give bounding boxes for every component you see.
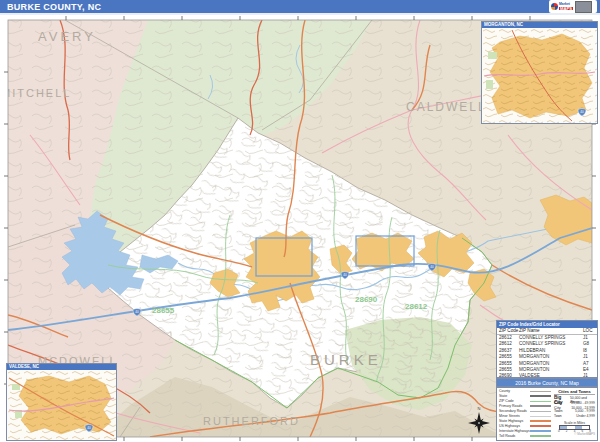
svg-text:40: 40: [580, 110, 584, 114]
svg-text:40: 40: [87, 426, 91, 430]
inset-valdese-title: VALDESE, NC: [9, 364, 39, 370]
marketmaps-logo: Market MAPS: [549, 0, 597, 13]
zip-label-28655: 28655: [152, 306, 175, 315]
legend-line-sample: [530, 420, 551, 422]
inset-green-patch: [12, 384, 20, 390]
logo-globe-icon: [551, 3, 558, 10]
legend-line-sample: [530, 401, 551, 402]
copyright-text: © MarketMAPS: [554, 433, 595, 436]
county-label-caldwell: CALDWELL: [406, 100, 487, 114]
zip-label-28690: 28690: [355, 295, 378, 304]
logo-side-block: [575, 1, 592, 13]
compass-north-label: N: [478, 406, 481, 411]
legend-line-sample: [530, 391, 551, 392]
county-label-rutherford: RUTHERFORD: [203, 415, 300, 427]
svg-text:40: 40: [430, 265, 434, 269]
legend-line-sample: [530, 395, 551, 397]
legend-cities-column: Cities and Towns Big City50,000 and Abov…: [551, 389, 595, 439]
zip-table-column-headers: ZIP Code ZIP Name LOC: [497, 328, 597, 335]
title-bar: BURKE COUNTY, NC Market MAPS: [0, 0, 600, 15]
inset-map-valdese: VALDESE, NC 40: [6, 363, 117, 441]
legend-panel: County State ZIP Code Primary Roads Seco…: [496, 387, 598, 441]
inset-morganton-title: MORGANTON, NC: [484, 22, 523, 28]
legend-city-item: TownUnder 4,999: [554, 414, 595, 419]
inset-morganton-svg: 40: [482, 28, 597, 123]
credit-bar: 2016 Burke County, NC Map: [496, 378, 598, 387]
county-label-avery: AVERY: [38, 29, 96, 44]
screen: BURKE COUNTY, NC Market MAPS: [0, 0, 600, 442]
zip-table-header: ZIP Code Index/Grid Locator: [497, 321, 597, 328]
inset-map-morganton: MORGANTON, NC 40: [481, 21, 598, 124]
zip-code-index-panel: ZIP Code Index/Grid Locator ZIP Code ZIP…: [496, 320, 598, 378]
legend-line-sample: [530, 425, 551, 427]
legend-line-items: County State ZIP Code Primary Roads Seco…: [499, 389, 551, 439]
page-title: BURKE COUNTY, NC: [0, 2, 101, 12]
legend-item-toll-roads: Toll Roads: [499, 434, 551, 439]
county-label-mitchell: MITCHELL: [1, 87, 71, 99]
legend-line-sample: [530, 405, 551, 407]
inset-green-patch: [486, 80, 493, 89]
county-label-burke: BURKE: [310, 351, 382, 368]
inset-green-patch: [488, 52, 497, 59]
inset-streets-texture: [7, 370, 116, 440]
inset-valdese-svg: 40: [7, 370, 116, 440]
svg-text:40: 40: [135, 310, 139, 314]
zip-label-28612: 28612: [405, 302, 428, 311]
legend-line-sample: [530, 416, 551, 417]
legend-line-sample: [530, 435, 551, 437]
logo-text: Market MAPS: [559, 3, 573, 10]
legend-line-sample: [530, 411, 551, 412]
svg-text:40: 40: [343, 273, 347, 277]
legend-line-sample: [530, 430, 551, 432]
